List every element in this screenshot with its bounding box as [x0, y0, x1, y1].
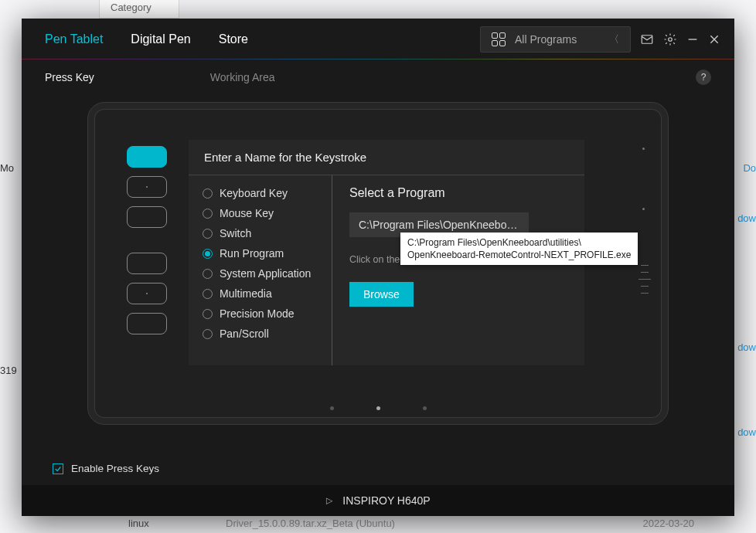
apps-icon: [492, 32, 506, 46]
opt-run-program[interactable]: Run Program: [203, 243, 330, 263]
program-pane-title: Select a Program: [349, 186, 567, 200]
bg-category-dropdown: Category: [99, 0, 179, 19]
bg-text: Driver_15.0.0.89.tar.xz_Beta (Ubuntu): [226, 518, 395, 529]
hardkey-1[interactable]: [127, 146, 167, 168]
tab-press-key[interactable]: Press Key: [45, 71, 94, 83]
opt-multimedia[interactable]: Multimedia: [203, 283, 330, 304]
tab-pen-tablet[interactable]: Pen Tablet: [45, 32, 103, 46]
opt-label: Keyboard Key: [220, 187, 288, 199]
hardkey-2[interactable]: [127, 176, 167, 198]
bg-text: 319: [0, 365, 17, 376]
bg-link: dow: [737, 341, 756, 353]
checkbox-icon[interactable]: [53, 463, 63, 474]
opt-label: Multimedia: [220, 287, 272, 300]
hardkey-4[interactable]: [127, 253, 167, 274]
bg-link: dow: [737, 212, 756, 224]
app-window: Pen Tablet Digital Pen Store All Program…: [22, 19, 734, 516]
program-dropdown[interactable]: All Programs 〈: [480, 26, 631, 53]
device-bar[interactable]: ▽ INSPIROY H640P: [22, 485, 734, 516]
opt-label: Precision Mode: [220, 307, 295, 320]
opt-mouse-key[interactable]: Mouse Key: [203, 203, 330, 223]
bg-text: linux: [128, 518, 149, 529]
help-icon[interactable]: ?: [696, 70, 711, 85]
config-panel: Enter a Name for the Keystroke Keyboard …: [189, 140, 584, 365]
hardkey-5[interactable]: [127, 283, 167, 304]
opt-precision-mode[interactable]: Precision Mode: [203, 304, 330, 324]
opt-keyboard-key[interactable]: Keyboard Key: [203, 183, 330, 203]
opt-switch[interactable]: Switch: [203, 223, 330, 243]
browse-button[interactable]: Browse: [349, 282, 414, 307]
chevron-left-icon: 〈: [609, 32, 619, 46]
tab-digital-pen[interactable]: Digital Pen: [131, 32, 190, 46]
opt-label: Mouse Key: [220, 207, 274, 219]
close-icon[interactable]: [708, 33, 720, 46]
hardkey-3[interactable]: [127, 206, 167, 228]
opt-pan-scroll[interactable]: Pan/Scroll: [203, 324, 330, 344]
title-bar: Pen Tablet Digital Pen Store All Program…: [22, 19, 734, 60]
device-name: INSPIROY H640P: [342, 494, 430, 507]
opt-label: Pan/Scroll: [220, 328, 269, 340]
hardkey-column: [127, 146, 167, 334]
action-type-list: Keyboard Key Mouse Key Switch Run Progra…: [189, 175, 332, 365]
enable-press-keys-row[interactable]: Enable Press Keys: [22, 452, 734, 485]
sub-header: Press Key Working Area ?: [22, 60, 734, 94]
bg-text: Mo: [0, 162, 14, 174]
opt-label: Switch: [220, 227, 251, 239]
svg-point-1: [669, 37, 673, 41]
panel-title: Enter a Name for the Keystroke: [189, 140, 584, 175]
gear-icon[interactable]: [663, 32, 677, 46]
path-tooltip: C:\Program Files\OpenKneeboard\utilities…: [400, 233, 638, 265]
opt-label: Run Program: [220, 247, 284, 260]
mail-icon[interactable]: [640, 32, 654, 46]
hardkey-6[interactable]: [127, 313, 167, 334]
program-pane: Select a Program C:\Program Files\OpenKn…: [332, 175, 584, 365]
opt-label: System Application: [220, 267, 311, 280]
bg-text: 2022-03-20: [643, 518, 695, 529]
program-dropdown-label: All Programs: [515, 33, 600, 46]
tab-working-area[interactable]: Working Area: [210, 71, 275, 83]
page-indicator: [88, 406, 668, 410]
opt-system-application[interactable]: System Application: [203, 263, 330, 283]
tablet-outline: Enter a Name for the Keystroke Keyboard …: [87, 102, 669, 425]
bg-link: Do: [743, 162, 756, 174]
bg-link: dow: [737, 426, 756, 438]
minimize-icon[interactable]: [686, 33, 699, 46]
enable-press-keys-label: Enable Press Keys: [71, 463, 159, 474]
chevron-right-icon: ▽: [324, 497, 334, 504]
svg-rect-0: [642, 35, 652, 43]
tab-store[interactable]: Store: [219, 32, 248, 46]
